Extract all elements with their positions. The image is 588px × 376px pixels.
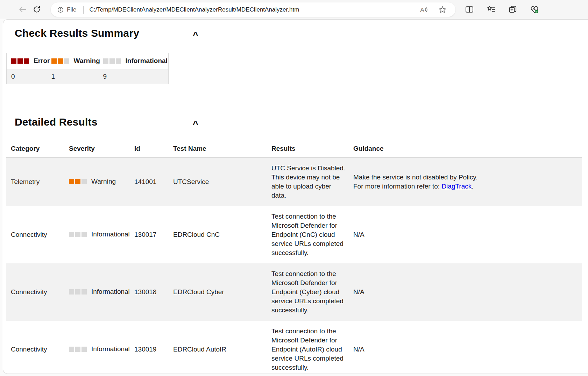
favorites-hub-icon[interactable] <box>487 5 496 14</box>
guidance-cell: N/A <box>349 321 582 374</box>
results-cell: Test connection to the Microsoft Defende… <box>267 206 349 263</box>
test-name-cell: EDRCloud Cyber <box>169 263 267 321</box>
refresh-icon[interactable] <box>32 5 41 14</box>
diagtrack-link[interactable]: DiagTrack <box>441 183 472 190</box>
id-cell: 130017 <box>130 206 169 263</box>
warning-severity-icon <box>51 58 70 65</box>
details-section-title: Detailed Results <box>15 116 98 128</box>
informational-severity-icon <box>103 58 122 65</box>
guidance-cell: N/A <box>349 206 582 263</box>
column-header-test-name: Test Name <box>169 140 267 158</box>
results-cell: Test connection to the Microsoft Defende… <box>267 321 349 374</box>
column-header-id: Id <box>130 140 169 158</box>
summary-collapse-button[interactable]: ^ <box>190 29 201 40</box>
category-cell: Connectivity <box>6 321 64 374</box>
category-cell: Telemetry <box>6 158 64 206</box>
results-cell: UTC Service is Disabled. This device may… <box>267 158 349 206</box>
column-header-category: Category <box>6 140 64 158</box>
details-header-row: Category Severity Id Test Name Results G… <box>6 140 582 158</box>
id-cell: 130019 <box>130 321 169 374</box>
address-bar[interactable]: File C:/Temp/MDEClientAnalyzer/MDEClient… <box>51 2 455 17</box>
informational-severity-icon <box>69 288 88 297</box>
column-header-results: Results <box>267 140 349 158</box>
results-cell: Test connection to the Microsoft Defende… <box>267 263 349 321</box>
report-page: Check Results Summary ^ Error Warning In… <box>3 19 588 374</box>
summary-counts-row: 0 1 9 <box>7 69 169 84</box>
favorite-star-icon[interactable] <box>438 5 447 14</box>
svg-text:A: A <box>420 6 424 13</box>
test-name-cell: UTCService <box>169 158 267 206</box>
table-row: Telemetry Warning 141001 UTCService UTC … <box>6 158 582 206</box>
url-scheme-label: File <box>67 6 76 13</box>
informational-count: 9 <box>99 69 169 84</box>
read-aloud-icon[interactable]: A <box>419 5 428 14</box>
id-cell: 130018 <box>130 263 169 321</box>
informational-severity-icon <box>69 345 88 354</box>
severity-cell: Informational <box>64 263 130 321</box>
table-row: Connectivity Informational 130019 EDRClo… <box>6 321 582 374</box>
severity-cell: Informational <box>64 206 130 263</box>
informational-severity-icon <box>69 230 88 240</box>
summary-header-row: Error Warning Informational <box>7 53 169 69</box>
summary-table: Error Warning Informational 0 1 9 <box>6 53 169 84</box>
table-row: Connectivity Informational 130018 EDRClo… <box>6 263 582 321</box>
severity-cell: Informational <box>64 321 130 374</box>
warning-count: 1 <box>47 69 99 84</box>
split-screen-icon[interactable] <box>465 5 474 14</box>
collections-icon[interactable] <box>508 5 517 14</box>
address-divider <box>83 6 84 14</box>
browser-essentials-icon[interactable] <box>530 5 539 14</box>
info-icon[interactable] <box>57 6 64 13</box>
url-text[interactable]: C:/Temp/MDEClientAnalyzer/MDEClientAnaly… <box>89 6 419 13</box>
warning-severity-icon <box>69 178 88 187</box>
severity-cell: Warning <box>64 158 130 206</box>
test-name-cell: EDRCloud CnC <box>169 206 267 263</box>
id-cell: 141001 <box>130 158 169 206</box>
guidance-cell: Make the service is not disabled by Poli… <box>349 158 582 206</box>
error-legend: Error <box>7 53 47 69</box>
column-header-severity: Severity <box>64 140 130 158</box>
category-cell: Connectivity <box>6 263 64 321</box>
details-collapse-button[interactable]: ^ <box>190 118 201 129</box>
error-severity-icon <box>11 58 30 65</box>
column-header-guidance: Guidance <box>349 140 582 158</box>
detailed-results-table: Category Severity Id Test Name Results G… <box>6 140 582 374</box>
warning-legend: Warning <box>47 53 99 69</box>
category-cell: Connectivity <box>6 206 64 263</box>
summary-section-title: Check Results Summary <box>15 27 139 39</box>
error-count: 0 <box>7 69 47 84</box>
guidance-cell: N/A <box>349 263 582 321</box>
table-row: Connectivity Informational 130017 EDRClo… <box>6 206 582 263</box>
informational-legend: Informational <box>99 53 169 69</box>
back-icon[interactable] <box>18 5 27 14</box>
test-name-cell: EDRCloud AutoIR <box>169 321 267 374</box>
browser-toolbar: File C:/Temp/MDEClientAnalyzer/MDEClient… <box>0 0 588 19</box>
